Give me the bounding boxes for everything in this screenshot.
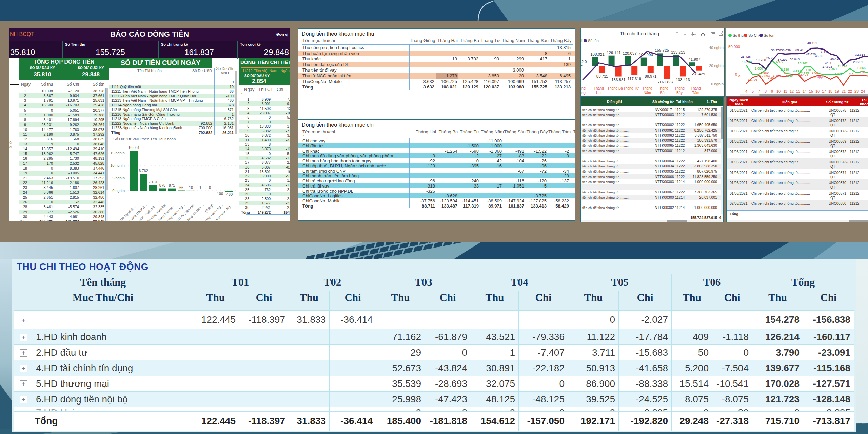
svg-text:êng: êng	[581, 91, 586, 95]
svg-text:108.021: 108.021	[590, 52, 605, 56]
svg-text:-100: -100	[216, 192, 223, 196]
svg-text:28.261: 28.261	[853, 60, 863, 64]
svg-text:48.191: 48.191	[807, 41, 817, 45]
svg-text:10: 10	[189, 185, 193, 190]
svg-text:40 nghìn: 40 nghìn	[709, 46, 724, 50]
svg-text:129.141: 129.141	[607, 51, 621, 55]
svg-text:1: 1	[199, 185, 201, 190]
svg-text:-1.763: -1.763	[772, 74, 781, 77]
svg-text:2 0: 2 0	[581, 60, 587, 64]
svg-text:-460: -460	[225, 192, 233, 196]
svg-text:-117.319: -117.319	[626, 77, 642, 81]
svg-text:8: 8	[765, 89, 767, 93]
svg-text:23: 23	[854, 89, 859, 93]
svg-text:Tháng: Tháng	[642, 86, 652, 90]
svg-text:Bảy: Bảy	[676, 91, 683, 95]
svg-text:3.857: 3.857	[793, 68, 801, 72]
svg-text:41.907: 41.907	[688, 57, 700, 61]
svg-text:7: 7	[758, 89, 760, 93]
svg-text:10 nghìn: 10 nghìn	[110, 163, 125, 167]
svg-text:1.000: 1.000	[755, 66, 763, 70]
svg-text:Số Chi: Số Chi	[748, 33, 760, 37]
svg-text:Tháng: Tháng	[658, 86, 668, 90]
svg-text:-161.837: -161.837	[658, 80, 673, 84]
svg-text:13: 13	[796, 89, 800, 93]
svg-text:0: 0	[209, 185, 211, 190]
svg-text:-58.429: -58.429	[692, 72, 705, 76]
svg-text:13.962: 13.962	[798, 61, 808, 65]
svg-text:Tháng Ba: Tháng Ba	[607, 86, 623, 90]
svg-text:20 nghìn: 20 nghìn	[709, 64, 724, 68]
svg-text:2.131: 2.131	[148, 180, 158, 184]
svg-text:4: 4	[745, 89, 747, 93]
svg-text:9: 9	[791, 74, 793, 77]
svg-text:6.762: 6.762	[139, 169, 148, 173]
svg-text:170: 170	[806, 68, 811, 72]
svg-text:10: 10	[776, 89, 781, 93]
svg-text:155.725: 155.725	[655, 48, 669, 52]
svg-text:25.428: 25.428	[741, 55, 751, 58]
svg-text:15 nghìn: 15 nghìn	[110, 151, 125, 155]
svg-text:Số Dư /1tr VND theo Tên Tài Kh: Số Dư /1tr VND theo Tên Tài Khoản	[113, 137, 176, 141]
svg-text:0 nghìn: 0 nghìn	[711, 82, 724, 86]
svg-text:16.500: 16.500	[742, 60, 752, 64]
svg-text:i: i	[581, 39, 582, 43]
svg-text:19.788: 19.788	[756, 58, 766, 62]
svg-text:11.216: 11.216	[837, 64, 847, 68]
svg-text:-3.00: -3.00	[811, 71, 818, 74]
svg-text:Số tồn: Số tồn	[588, 39, 599, 43]
svg-text:5 nghìn: 5 nghìn	[112, 176, 125, 180]
svg-text:5: 5	[752, 89, 754, 93]
svg-text:Tháng Tư: Tháng Tư	[623, 86, 639, 90]
svg-text:15: 15	[809, 89, 813, 93]
svg-text:áng: áng	[581, 86, 586, 90]
svg-text:47.626: 47.626	[806, 52, 816, 56]
svg-text:2.463: 2.463	[829, 67, 837, 71]
svg-text:-89.971: -89.971	[643, 74, 656, 78]
svg-text:Sáu: Sáu	[660, 91, 667, 95]
svg-text:Số tồn: Số tồn	[764, 33, 774, 37]
svg-text:Năm: Năm	[644, 91, 651, 95]
svg-text:-133.881: -133.881	[610, 78, 625, 82]
svg-text:38.039: 38.039	[781, 48, 791, 52]
svg-text:22: 22	[848, 89, 852, 93]
svg-text:5.866: 5.866	[857, 66, 866, 70]
svg-text:0: 0	[735, 72, 737, 76]
svg-text:Số thu: Số thu	[733, 33, 744, 37]
svg-text:32.614: 32.614	[855, 53, 865, 56]
svg-text:4.477: 4.477	[775, 60, 784, 63]
svg-text:Tháng: Tháng	[691, 86, 701, 90]
svg-text:Tháng: Tháng	[594, 86, 604, 90]
svg-text:16.051: 16.051	[128, 145, 140, 150]
svg-text:871: 871	[169, 183, 175, 188]
svg-text:-16.703: -16.703	[747, 78, 757, 81]
svg-text:19: 19	[835, 89, 839, 93]
svg-text:2.6: 2.6	[849, 72, 853, 76]
svg-text:Tám: Tám	[692, 91, 699, 95]
svg-text:50.000: 50.000	[728, 45, 740, 49]
svg-text:25.2: 25.2	[766, 56, 773, 60]
svg-text:7.446: 7.446	[821, 50, 829, 53]
svg-text:0: 0	[738, 74, 740, 78]
svg-text:12: 12	[790, 89, 794, 93]
svg-text:66: 66	[179, 185, 183, 190]
svg-text:-12.494: -12.494	[797, 73, 808, 76]
svg-text:9: 9	[786, 74, 788, 78]
svg-text:(Trống): (Trống)	[204, 203, 214, 213]
svg-text:-1.513: -1.513	[858, 70, 867, 74]
svg-text:11: 11	[783, 89, 787, 93]
svg-text:-6: -6	[783, 71, 786, 74]
svg-text:14: 14	[803, 89, 807, 93]
svg-text:17: 17	[822, 89, 826, 93]
svg-text:Tháng: Tháng	[674, 86, 685, 90]
svg-text:120.037: 120.037	[623, 51, 637, 55]
svg-text:38.978: 38.978	[771, 48, 781, 52]
svg-text:-88.711: -88.711	[595, 74, 608, 78]
svg-text:21: 21	[842, 89, 846, 93]
svg-text:878: 878	[159, 183, 165, 188]
svg-text:18: 18	[828, 89, 832, 93]
svg-text:26.423: 26.423	[830, 57, 840, 60]
svg-text:-133.413: -133.413	[674, 78, 690, 82]
svg-text:45.82: 45.82	[815, 54, 823, 58]
svg-text:16: 16	[815, 89, 820, 93]
